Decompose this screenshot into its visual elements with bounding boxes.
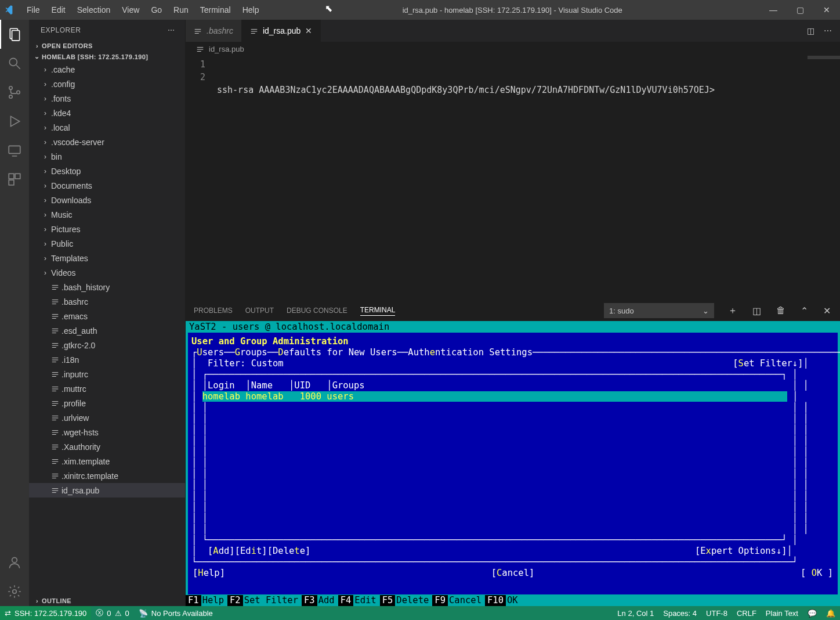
yast-tabs-row[interactable]: ┌Users──Groups──Defaults for New Users──… [191, 347, 834, 358]
status-feedback-icon[interactable]: 💬 [803, 606, 821, 620]
sidebar-more-icon[interactable]: ⋯ [168, 26, 176, 34]
menu-help[interactable]: Help [237, 2, 265, 18]
activity-source-control[interactable] [0, 78, 29, 107]
file-tree[interactable]: ›.cache›.config›.fonts›.kde4›.local›.vsc… [29, 62, 185, 596]
editor-more-icon[interactable]: ⋯ [824, 26, 833, 35]
menu-edit[interactable]: Edit [46, 2, 71, 18]
panel-tab-problems[interactable]: PROBLEMS [194, 307, 233, 315]
activity-settings[interactable] [0, 577, 29, 606]
code-editor[interactable]: 1 2 ssh-rsa AAAAB3NzaC1yc2EAAAADAQABAAAB… [186, 56, 840, 300]
file-item[interactable]: .xinitrc.template [29, 468, 185, 483]
status-encoding[interactable]: UTF-8 [701, 606, 732, 620]
fkey-label[interactable]: Edit [353, 595, 379, 606]
file-item[interactable]: .inputrc [29, 367, 185, 381]
fkey-label[interactable]: Cancel [448, 595, 485, 606]
workspace-section[interactable]: ⌄HOMELAB [SSH: 172.25.179.190] [29, 51, 185, 62]
file-item[interactable]: .xim.template [29, 454, 185, 468]
activity-extensions[interactable] [0, 165, 29, 194]
activity-search[interactable] [0, 49, 29, 78]
file-item[interactable]: .emacs [29, 309, 185, 323]
folder-item[interactable]: ›Music [29, 207, 185, 222]
file-item[interactable]: .wget-hsts [29, 425, 185, 439]
split-terminal-icon[interactable]: ◫ [751, 305, 762, 316]
menu-view[interactable]: View [116, 2, 145, 18]
activity-remote-explorer[interactable] [0, 136, 29, 165]
new-terminal-icon[interactable]: ＋ [727, 305, 738, 317]
file-item[interactable]: .muttrc [29, 381, 185, 396]
menu-terminal[interactable]: Terminal [194, 2, 237, 18]
fkey-label[interactable]: Set Filter [243, 595, 302, 606]
open-editors-section[interactable]: ›OPEN EDITORS [29, 41, 185, 51]
minimize-button[interactable]: ― [760, 0, 787, 20]
breadcrumb[interactable]: id_rsa.pub [186, 42, 840, 56]
minimap[interactable] [805, 56, 840, 300]
close-tab-icon[interactable]: ✕ [305, 26, 312, 35]
status-language[interactable]: Plain Text [761, 606, 803, 620]
fkey-label[interactable]: Help [201, 595, 227, 606]
yast-box-bottom: └───────────────────────────────────────… [191, 557, 834, 568]
folder-item[interactable]: ›Downloads [29, 193, 185, 207]
maximize-panel-icon[interactable]: ⌃ [799, 305, 809, 316]
folder-item[interactable]: ›.cache [29, 62, 185, 77]
menu-selection[interactable]: Selection [71, 2, 117, 18]
panel-tab-terminal[interactable]: TERMINAL [360, 306, 396, 316]
yast-fkey-bar[interactable]: F1Help F2Set Filter F3Add F4Edit F5Delet… [186, 594, 840, 606]
panel-tab-debug-console[interactable]: DEBUG CONSOLE [287, 307, 347, 315]
status-spaces[interactable]: Spaces: 4 [658, 606, 701, 620]
status-cursor[interactable]: Ln 2, Col 1 [613, 606, 658, 620]
file-item[interactable]: .profile [29, 396, 185, 410]
folder-item[interactable]: ›.vscode-server [29, 135, 185, 149]
menu-file[interactable]: File [21, 2, 46, 18]
code-content[interactable]: ssh-rsa AAAAB3NzaC1yc2EAAAADAQABAAABgQDp… [215, 56, 805, 300]
activity-explorer[interactable] [0, 20, 29, 49]
terminal-selector[interactable]: 1: sudo ⌄ [604, 303, 714, 318]
yast-table-row[interactable]: │ homelab homelab 1000 users │ [191, 391, 834, 402]
yast-actions-row[interactable]: │ [Add][Edit][Delete] [Expert Options↓]│ [191, 546, 834, 557]
file-label: .i18n [60, 355, 79, 365]
fkey-label[interactable]: Delete [395, 595, 432, 606]
folder-item[interactable]: ›bin [29, 149, 185, 164]
file-item[interactable]: .i18n [29, 352, 185, 367]
tab-id-rsa-pub[interactable]: id_rsa.pub ✕ [242, 20, 321, 42]
folder-item[interactable]: ›Public [29, 236, 185, 251]
terminal-content[interactable]: YaST2 - users @ localhost.localdomain Us… [186, 321, 840, 606]
file-item[interactable]: .gtkrc-2.0 [29, 338, 185, 352]
fkey-label[interactable]: OK [506, 595, 522, 606]
folder-item[interactable]: ›.local [29, 120, 185, 135]
folder-item[interactable]: ›.fonts [29, 91, 185, 106]
file-item[interactable]: id_rsa.pub [29, 483, 185, 498]
status-problems[interactable]: ⓧ0 ⚠0 [91, 606, 133, 620]
folder-item[interactable]: ›.config [29, 77, 185, 91]
file-item[interactable]: .urlview [29, 410, 185, 425]
tab-bashrc[interactable]: .bashrc [186, 20, 242, 42]
yast-help-cancel-ok[interactable]: [Help] [Cancel] [ OK ] [191, 568, 834, 579]
activity-accounts[interactable] [0, 548, 29, 577]
maximize-button[interactable]: ▢ [787, 0, 813, 20]
remote-indicator[interactable]: ⇄ SSH: 172.25.179.190 [0, 606, 91, 620]
file-item[interactable]: .esd_auth [29, 323, 185, 338]
panel-tab-output[interactable]: OUTPUT [245, 307, 274, 315]
file-item[interactable]: .bash_history [29, 280, 185, 294]
folder-item[interactable]: ›.kde4 [29, 106, 185, 120]
line-number: 1 [186, 58, 205, 71]
menu-go[interactable]: Go [145, 2, 168, 18]
status-ports[interactable]: 📡 No Ports Available [134, 606, 218, 620]
folder-item[interactable]: ›Desktop [29, 164, 185, 178]
activity-run-debug[interactable] [0, 107, 29, 136]
status-eol[interactable]: CRLF [732, 606, 761, 620]
folder-item[interactable]: ›Videos [29, 265, 185, 280]
close-button[interactable]: ✕ [813, 0, 840, 20]
menu-run[interactable]: Run [168, 2, 194, 18]
close-panel-icon[interactable]: ✕ [822, 305, 832, 316]
file-item[interactable]: .Xauthority [29, 439, 185, 454]
mouse-cursor-icon: ⬉ [325, 3, 332, 14]
folder-item[interactable]: ›Templates [29, 251, 185, 265]
split-editor-icon[interactable]: ◫ [807, 26, 814, 35]
kill-terminal-icon[interactable]: 🗑 [775, 305, 787, 316]
folder-item[interactable]: ›Pictures [29, 222, 185, 236]
file-item[interactable]: .bashrc [29, 294, 185, 309]
outline-section[interactable]: ›OUTLINE [29, 596, 185, 606]
fkey-label[interactable]: Add [317, 595, 338, 606]
status-bell-icon[interactable]: 🔔 [821, 606, 840, 620]
folder-item[interactable]: ›Documents [29, 178, 185, 193]
